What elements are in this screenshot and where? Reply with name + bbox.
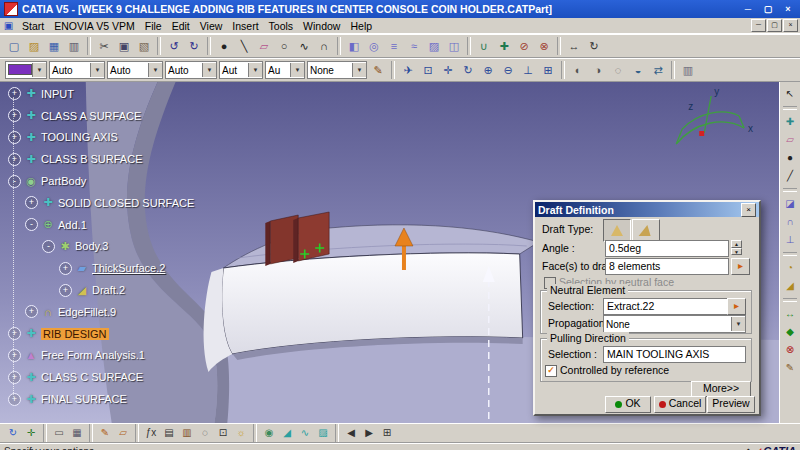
multi-view-icon[interactable]: ⊞: [539, 61, 557, 79]
circle-icon[interactable]: ○: [275, 37, 293, 55]
tree-item-input[interactable]: +✚INPUT: [8, 83, 194, 105]
fly-mode-icon[interactable]: ✈: [399, 61, 417, 79]
split-icon[interactable]: ⊘: [515, 37, 533, 55]
point-icon[interactable]: ●: [782, 150, 798, 166]
work-on-support-icon[interactable]: ▦: [69, 425, 85, 441]
expand-icon[interactable]: +: [8, 131, 21, 144]
join-icon[interactable]: ∪: [475, 37, 493, 55]
transparency-dropdown[interactable]: Auto▼: [49, 61, 105, 79]
extract-icon[interactable]: ◪: [782, 196, 798, 212]
update-icon[interactable]: ↻: [5, 425, 21, 441]
open-document-icon[interactable]: ▨: [25, 37, 43, 55]
measure-between-icon[interactable]: ↔: [782, 306, 798, 322]
axis-system-icon[interactable]: ✛: [23, 425, 39, 441]
mdi-close-button[interactable]: ×: [783, 19, 798, 32]
spin-up-icon[interactable]: ▲: [731, 240, 742, 248]
ok-button[interactable]: OK: [605, 396, 651, 413]
formula-icon[interactable]: ƒx: [143, 425, 159, 441]
dialog-close-icon[interactable]: ×: [741, 203, 756, 217]
search-icon[interactable]: ◌: [197, 425, 213, 441]
line-weight-dropdown[interactable]: Auto▼: [107, 61, 163, 79]
graphic-color-dropdown[interactable]: ▼: [5, 61, 47, 79]
tree-item-add-1[interactable]: -⊕Add.1: [8, 214, 194, 236]
angle-spinner[interactable]: ▲ ▼: [731, 240, 742, 255]
tree-label[interactable]: EdgeFillet.9: [58, 306, 116, 318]
dialog-title-bar[interactable]: Draft Definition ×: [535, 202, 759, 217]
line-type-dropdown[interactable]: Auto▼: [165, 61, 217, 79]
project-icon[interactable]: ⊥: [782, 232, 798, 248]
expand-icon[interactable]: +: [8, 327, 21, 340]
dropdown-arrow-icon[interactable]: ▼: [32, 63, 46, 77]
tree-item-class-b-surface[interactable]: +✚CLASS B SURFACE: [8, 148, 194, 170]
light-icon[interactable]: ☼: [233, 425, 249, 441]
apply-material-icon[interactable]: ◉: [261, 425, 277, 441]
menu-file[interactable]: File: [140, 20, 167, 32]
cut-icon[interactable]: ✂: [95, 37, 113, 55]
menu-enovia-v5-vpm[interactable]: ENOVIA V5 VPM: [49, 20, 140, 32]
geometrical-set-icon[interactable]: ✚: [782, 114, 798, 130]
dropdown-arrow-icon[interactable]: ▼: [148, 63, 162, 77]
curvature-analysis-icon[interactable]: ∿: [297, 425, 313, 441]
graduated-background-icon[interactable]: ▥: [679, 61, 697, 79]
more-button[interactable]: More>>: [691, 381, 751, 397]
dropdown-arrow-icon[interactable]: ▼: [731, 317, 745, 331]
maximize-button[interactable]: ▢: [758, 2, 778, 17]
expand-icon[interactable]: +: [59, 262, 72, 275]
collapse-icon[interactable]: -: [25, 218, 38, 231]
expand-icon[interactable]: +: [8, 371, 21, 384]
menu-edit[interactable]: Edit: [167, 20, 195, 32]
tree-item-rib-design[interactable]: +✚RIB DESIGN: [8, 323, 194, 345]
select-icon[interactable]: ↖: [782, 86, 798, 102]
mdi-minimize-button[interactable]: ─: [751, 19, 766, 32]
tree-item-free-form-analysis-1[interactable]: +▲Free Form Analysis.1: [8, 345, 194, 367]
neutral-selection-input[interactable]: Extract.22: [603, 298, 729, 315]
point-symbol-dropdown[interactable]: Aut▼: [219, 61, 263, 79]
save-document-icon[interactable]: ▦: [45, 37, 63, 55]
menu-start[interactable]: Start: [17, 20, 49, 32]
dropdown-arrow-icon[interactable]: ▼: [290, 63, 304, 77]
annotation-icon[interactable]: ✎: [782, 360, 798, 376]
wireframe-icon[interactable]: ◌: [609, 61, 627, 79]
tree-item-thicksurface-2[interactable]: +▰ThickSurface.2: [8, 257, 194, 279]
expand-icon[interactable]: +: [8, 349, 21, 362]
close-button[interactable]: ×: [778, 2, 798, 17]
sweep-surface-icon[interactable]: ≈: [405, 37, 423, 55]
line-icon[interactable]: ╲: [235, 37, 253, 55]
mean-dimension-icon[interactable]: ▭: [51, 425, 67, 441]
menu-view[interactable]: View: [195, 20, 228, 32]
zoom-out-icon[interactable]: ⊖: [499, 61, 517, 79]
tree-label[interactable]: Draft.2: [92, 284, 125, 296]
copy-icon[interactable]: ▣: [115, 37, 133, 55]
expand-icon[interactable]: +: [8, 393, 21, 406]
tree-item-solid-closed-surface[interactable]: +✚SOLID CLOSED SURFACE: [8, 192, 194, 214]
front-view-icon[interactable]: ▶: [361, 425, 377, 441]
controlled-by-reference-checkbox[interactable]: ✓: [545, 365, 557, 377]
draft-type-variable-button[interactable]: [632, 219, 660, 242]
document-menu-icon[interactable]: ▣: [2, 20, 15, 31]
blend-surface-icon[interactable]: ◫: [445, 37, 463, 55]
expand-icon[interactable]: +: [8, 153, 21, 166]
chamfer-icon[interactable]: ◢: [782, 278, 798, 294]
new-document-icon[interactable]: ▢: [5, 37, 23, 55]
paste-icon[interactable]: ▧: [135, 37, 153, 55]
dropdown-arrow-icon[interactable]: ▼: [248, 63, 262, 77]
pan-icon[interactable]: ✛: [439, 61, 457, 79]
dropdown-arrow-icon[interactable]: ▼: [90, 63, 104, 77]
zoom-in-icon[interactable]: ⊕: [479, 61, 497, 79]
view-compass[interactable]: y x z: [676, 86, 753, 144]
tree-item-class-a-surface[interactable]: +✚CLASS A SURFACE: [8, 105, 194, 127]
draft-analysis-icon[interactable]: ◢: [279, 425, 295, 441]
title-bar[interactable]: CATIA V5 - [WEEK 9 CHALLENGE ADDING RIB …: [0, 0, 800, 18]
revolve-surface-icon[interactable]: ◎: [365, 37, 383, 55]
line-icon[interactable]: ╱: [782, 168, 798, 184]
catalog-icon[interactable]: ▥: [179, 425, 195, 441]
collapse-icon[interactable]: -: [42, 240, 55, 253]
draft-type-constant-button[interactable]: [603, 219, 631, 242]
expand-icon[interactable]: +: [25, 305, 38, 318]
tree-label[interactable]: FINAL SURFACE: [41, 393, 127, 405]
angle-input[interactable]: 0.5deg: [605, 240, 729, 257]
fill-surface-icon[interactable]: ▨: [425, 37, 443, 55]
expand-icon[interactable]: +: [25, 196, 38, 209]
menu-window[interactable]: Window: [298, 20, 345, 32]
neutral-selection-pick-button[interactable]: ▸: [727, 298, 746, 315]
